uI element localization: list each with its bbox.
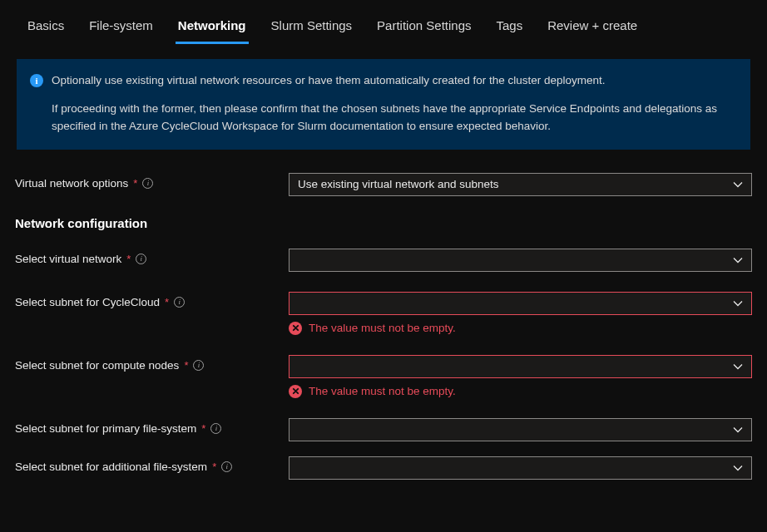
info-icon: i — [30, 74, 43, 87]
label-text: Select subnet for compute nodes — [15, 359, 179, 372]
tab-slurm-settings[interactable]: Slurm Settings — [259, 10, 365, 44]
row-subnet-compute: Select subnet for compute nodes * i The … — [15, 355, 752, 398]
tab-basics[interactable]: Basics — [15, 10, 77, 44]
label-vnet-options: Virtual network options * i — [15, 173, 275, 190]
help-icon[interactable]: i — [210, 423, 221, 434]
select-subnet-cyclecloud[interactable] — [289, 292, 752, 315]
chevron-down-icon — [733, 257, 743, 264]
info-paragraph-2: If proceeding with the former, then plea… — [52, 101, 737, 135]
select-subnet-compute[interactable] — [289, 355, 752, 378]
info-paragraph-1: Optionally use existing virtual network … — [52, 72, 737, 89]
required-indicator: * — [184, 359, 188, 372]
info-box: i Optionally use existing virtual networ… — [17, 59, 750, 150]
required-indicator: * — [212, 461, 216, 473]
row-vnet-options: Virtual network options * i Use existing… — [15, 173, 752, 196]
tab-review-create[interactable]: Review + create — [535, 10, 650, 44]
help-icon[interactable]: i — [142, 178, 153, 189]
row-subnet-cyclecloud: Select subnet for CycleCloud * i The val… — [15, 292, 752, 335]
chevron-down-icon — [733, 300, 743, 307]
section-title-network-config: Network configuration — [15, 216, 752, 230]
required-indicator: * — [201, 422, 205, 435]
error-message: The value must not be empty. — [289, 322, 752, 335]
tab-tags[interactable]: Tags — [484, 10, 536, 44]
info-text: Optionally use existing virtual network … — [52, 72, 737, 135]
select-vnet-options[interactable]: Use existing virtual network and subnets — [289, 173, 752, 196]
select-subnet-additional-fs[interactable] — [289, 456, 752, 480]
label-text: Select subnet for CycleCloud — [15, 296, 160, 308]
tab-networking[interactable]: Networking — [166, 10, 259, 44]
required-indicator: * — [165, 296, 169, 308]
label-text: Virtual network options — [15, 177, 128, 190]
required-indicator: * — [133, 177, 137, 190]
tab-partition-settings[interactable]: Partition Settings — [364, 10, 483, 44]
error-text: The value must not be empty. — [309, 385, 456, 397]
select-value: Use existing virtual network and subnets — [298, 178, 499, 190]
help-icon[interactable]: i — [174, 297, 185, 308]
label-subnet-compute: Select subnet for compute nodes * i — [15, 355, 275, 372]
help-icon[interactable]: i — [221, 461, 232, 472]
label-subnet-primary-fs: Select subnet for primary file-system * … — [15, 418, 275, 435]
help-icon[interactable]: i — [193, 360, 204, 371]
chevron-down-icon — [733, 426, 743, 433]
label-subnet-cyclecloud: Select subnet for CycleCloud * i — [15, 292, 275, 308]
chevron-down-icon — [733, 465, 743, 471]
error-text: The value must not be empty. — [309, 322, 456, 334]
chevron-down-icon — [733, 181, 743, 188]
help-icon[interactable]: i — [136, 254, 146, 264]
select-subnet-primary-fs[interactable] — [289, 418, 752, 441]
row-subnet-primary-fs: Select subnet for primary file-system * … — [15, 418, 752, 441]
tabs: Basics File-system Networking Slurm Sett… — [15, 10, 752, 44]
select-vnet[interactable] — [289, 249, 752, 272]
required-indicator: * — [126, 253, 131, 265]
error-message: The value must not be empty. — [289, 385, 752, 398]
error-icon — [289, 385, 302, 398]
row-subnet-additional-fs: Select subnet for additional file-system… — [15, 456, 752, 480]
label-text: Select subnet for additional file-system — [15, 461, 207, 473]
label-select-vnet: Select virtual network * i — [15, 249, 275, 265]
tab-file-system[interactable]: File-system — [77, 10, 166, 44]
label-text: Select subnet for primary file-system — [15, 422, 196, 435]
row-select-vnet: Select virtual network * i — [15, 249, 752, 272]
label-subnet-additional-fs: Select subnet for additional file-system… — [15, 456, 275, 473]
label-text: Select virtual network — [15, 253, 121, 265]
error-icon — [289, 322, 302, 335]
chevron-down-icon — [733, 363, 743, 370]
